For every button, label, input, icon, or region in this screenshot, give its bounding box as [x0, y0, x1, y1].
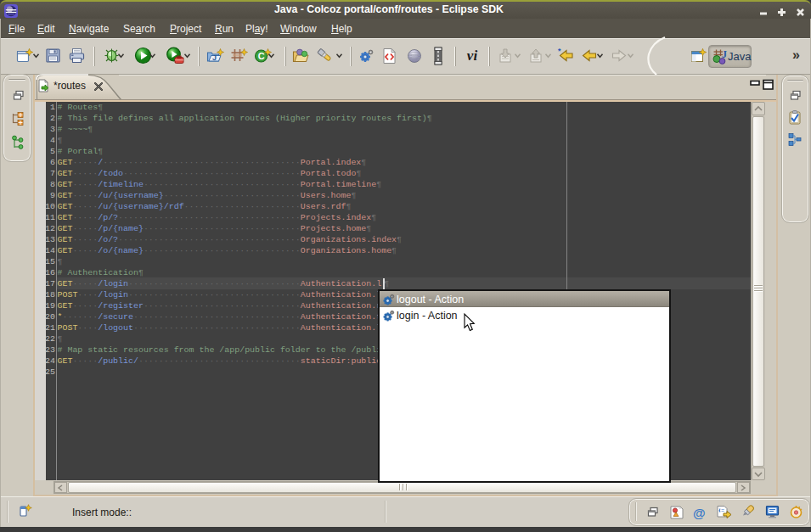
svg-text:=: = [721, 507, 724, 513]
svg-text:*: * [558, 47, 561, 55]
svg-text:C: C [258, 51, 265, 61]
svg-text:J: J [722, 48, 727, 60]
svg-text:J: J [212, 53, 217, 62]
